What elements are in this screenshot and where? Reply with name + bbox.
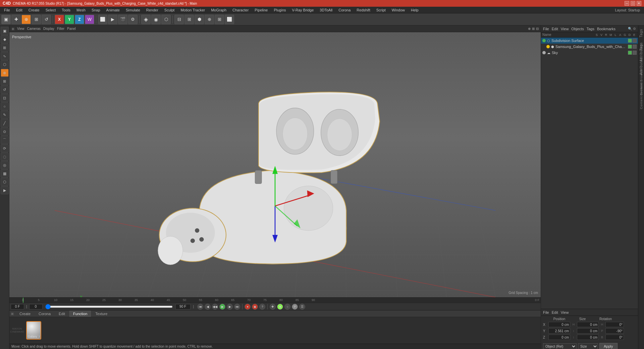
menu-window[interactable]: Window <box>389 7 408 13</box>
object-axes-button[interactable]: ⊟ <box>174 15 184 24</box>
menu-create[interactable]: Create <box>26 7 42 13</box>
x-pos-input[interactable] <box>548 322 570 327</box>
menu-vray[interactable]: V-Ray Bridge <box>289 7 317 13</box>
record-button[interactable]: ● <box>245 304 251 310</box>
render-tool[interactable]: ▶ <box>1 186 9 194</box>
om-gear-icon[interactable]: ⚙ <box>633 27 636 31</box>
wireframe-button[interactable]: ◈ <box>141 15 151 24</box>
tab-texture[interactable]: Texture <box>92 311 111 317</box>
size-mode-select[interactable]: Size Scale <box>578 343 598 349</box>
solo-button[interactable]: ⊕ <box>205 15 214 24</box>
tab-edit[interactable]: Edit <box>55 311 69 317</box>
om-tags[interactable]: Tags <box>587 27 594 31</box>
go-to-start-button[interactable]: ⏮ <box>197 304 203 310</box>
y-size-input[interactable] <box>577 328 599 334</box>
obj-check-green3[interactable] <box>628 51 632 55</box>
menu-simulate[interactable]: Simulate <box>123 7 143 13</box>
scale-tool-button[interactable]: ⊞ <box>32 15 41 24</box>
material-tool[interactable]: ◎ <box>1 161 9 169</box>
tab-function[interactable]: Function <box>69 311 91 317</box>
add-button[interactable]: ✚ <box>11 15 21 24</box>
menu-help[interactable]: Help <box>408 7 421 13</box>
menu-edit[interactable]: Edit <box>13 7 25 13</box>
title-bar-controls[interactable]: ─ □ ✕ <box>625 1 641 6</box>
play-back-button[interactable]: ◀◀ <box>212 304 218 310</box>
obj-subdivision-surface[interactable]: ⬡ Subdivision Surface <box>541 38 638 44</box>
vp-menu-display[interactable]: Display <box>43 27 54 31</box>
coords-file[interactable]: File <box>543 310 549 314</box>
enable-axis-button[interactable]: ⬢ <box>195 15 204 24</box>
menu-sculpt[interactable]: Sculpt <box>162 7 177 13</box>
vp-menu-panel[interactable]: Panel <box>67 27 76 31</box>
x-size-input[interactable] <box>577 322 599 327</box>
menu-mesh[interactable]: Mesh <box>74 7 88 13</box>
menu-animate[interactable]: Animate <box>104 7 122 13</box>
render-settings-button[interactable]: ⚙ <box>128 15 138 24</box>
obj-check-green1[interactable] <box>628 39 632 43</box>
model-mode-button[interactable]: ▣ <box>1 15 11 24</box>
om-file[interactable]: File <box>543 27 549 31</box>
tab-corona[interactable]: Corona <box>35 311 54 317</box>
key-p-button[interactable]: P <box>292 304 298 310</box>
3d-viewport[interactable]: Perspective <box>9 32 541 297</box>
timeline[interactable]: 0 5 10 15 20 25 30 35 40 45 50 55 60 65 … <box>9 297 541 303</box>
key-add-button[interactable]: ✚ <box>270 304 276 310</box>
z-axis-button[interactable]: Z <box>75 15 84 24</box>
vp-icon-1[interactable]: ⊕ <box>528 27 531 31</box>
z-pos-input[interactable] <box>548 335 570 340</box>
spline-tool[interactable]: ∿ <box>1 52 9 60</box>
y-pos-input[interactable] <box>548 328 570 334</box>
menu-script[interactable]: Script <box>374 7 388 13</box>
vp-icon-2[interactable]: ⊞ <box>532 27 535 31</box>
apply-button[interactable]: Apply <box>599 343 618 349</box>
menu-redshift[interactable]: Redshift <box>354 7 373 13</box>
phong-shading-button[interactable]: ◉ <box>151 15 161 24</box>
render-region-button[interactable]: ⬜ <box>98 15 107 24</box>
extrude-tool[interactable]: ⬡ <box>1 60 9 68</box>
grid-button[interactable]: ⊞ <box>215 15 224 24</box>
coord-system-select[interactable]: Object (Rel) World Object (Abs) <box>543 343 577 349</box>
selection-left-tool[interactable]: ⊡ <box>1 94 9 102</box>
material-swatch[interactable]: Galaxy_I <box>26 321 41 340</box>
rotate-left-tool[interactable]: ↺ <box>1 86 9 94</box>
z-size-input[interactable] <box>577 335 599 340</box>
go-to-end-button[interactable]: ⏭ <box>234 304 240 310</box>
obj-check-green2[interactable] <box>628 45 632 49</box>
rotate-tool-button[interactable]: ↺ <box>42 15 51 24</box>
timeline-scrubber[interactable] <box>45 306 173 308</box>
menu-file[interactable]: File <box>1 7 13 13</box>
world-space-button[interactable]: W <box>85 15 94 24</box>
step-forward-button[interactable]: ▶ <box>227 304 233 310</box>
menu-motion-tracker[interactable]: Motion Tracker <box>178 7 208 13</box>
om-bookmarks[interactable]: Bookmarks <box>597 27 615 31</box>
key-menu-button[interactable]: ☰ <box>299 304 305 310</box>
twist-tool[interactable]: ⟳ <box>1 144 9 152</box>
obj-galaxy-buds[interactable]: ⬢ Samsung_Galaxy_Buds_Plus_with_Charging… <box>541 44 638 50</box>
vp-icon-3[interactable]: ⊟ <box>536 27 539 31</box>
obj-check-grey2[interactable] <box>633 45 637 49</box>
menu-pipeline[interactable]: Pipeline <box>252 7 270 13</box>
om-edit[interactable]: Edit <box>552 27 558 31</box>
menu-plugins[interactable]: Plugins <box>271 7 288 13</box>
polygon-object-tool[interactable]: ◆ <box>1 35 9 43</box>
floor-button[interactable]: ⬜ <box>225 15 234 24</box>
keyframe-button[interactable]: ? <box>259 304 265 310</box>
obj-check-grey3[interactable] <box>633 51 637 55</box>
vp-menu-filter[interactable]: Filter <box>57 27 64 31</box>
end-frame-input[interactable] <box>175 304 191 309</box>
menu-snap[interactable]: Snap <box>89 7 103 13</box>
subdivision-tool[interactable]: ⊞ <box>1 44 9 52</box>
render-active-view-button[interactable]: ▶ <box>108 15 117 24</box>
scale-left-tool[interactable]: ⊞ <box>1 77 9 85</box>
frame-value-input[interactable] <box>29 304 43 309</box>
texture-mode-button[interactable]: ⬡ <box>161 15 171 24</box>
om-objects[interactable]: Objects <box>571 27 584 31</box>
tab-create[interactable]: Create <box>16 311 34 317</box>
y-rot-input[interactable] <box>605 328 624 334</box>
menu-select[interactable]: Select <box>43 7 59 13</box>
far-tab-attributes[interactable]: Attributes <box>639 44 643 61</box>
smooth-tool[interactable]: ◌ <box>1 153 9 161</box>
bend-tool[interactable]: ⌒ <box>1 136 9 144</box>
key-delete-button[interactable]: ■ <box>277 304 283 310</box>
om-view[interactable]: View <box>561 27 569 31</box>
